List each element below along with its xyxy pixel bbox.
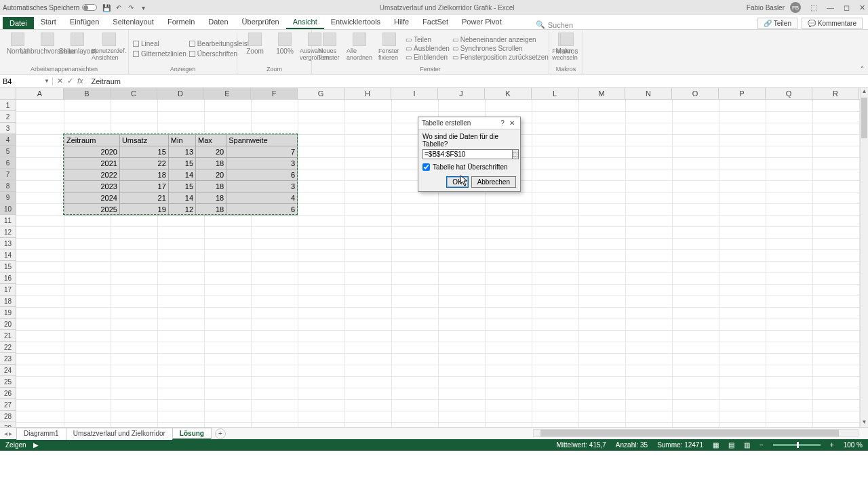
chk-gridlines[interactable]: Gitternetzlinien <box>133 50 186 58</box>
checkbox-input[interactable] <box>422 163 430 171</box>
ribbon-tab-seitenlayout[interactable]: Seitenlayout <box>106 16 161 29</box>
col-header-I[interactable]: I <box>391 88 438 99</box>
row-header-21[interactable]: 21 <box>0 330 16 342</box>
row-header-22[interactable]: 22 <box>0 342 16 353</box>
zoom-button[interactable]: Zoom <box>241 31 269 66</box>
table-cell[interactable]: 21 <box>119 192 168 204</box>
chk-ruler[interactable]: Lineal <box>133 40 186 47</box>
col-header-C[interactable]: C <box>111 88 157 99</box>
toggle-switch[interactable] <box>82 4 97 11</box>
col-header-D[interactable]: D <box>157 88 204 99</box>
cancel-formula-icon[interactable]: ✕ <box>57 77 63 85</box>
macro-record-icon[interactable]: ▶ <box>33 441 39 449</box>
table-cell[interactable]: 6 <box>226 169 298 181</box>
table-cell[interactable]: 3 <box>226 158 298 169</box>
view-pagelayout-icon[interactable]: ▤ <box>728 441 734 449</box>
data-table[interactable]: ZeitraumUmsatzMinMaxSpannweite2020151320… <box>64 134 298 215</box>
view-pagebreak-icon[interactable]: ▥ <box>744 441 750 449</box>
col-header-A[interactable]: A <box>16 88 64 99</box>
table-cell[interactable]: 20 <box>196 169 226 181</box>
ribbon-tab-daten[interactable]: Daten <box>201 16 235 29</box>
row-header-29[interactable]: 29 <box>0 422 16 427</box>
table-row[interactable]: 20212215183 <box>64 158 298 169</box>
split-button[interactable]: ▭ Teilen <box>406 36 450 43</box>
scroll-down-icon[interactable]: ▼ <box>861 419 868 427</box>
table-cell[interactable]: 20 <box>196 146 226 158</box>
row-header-7[interactable]: 7 <box>0 169 16 180</box>
col-header-L[interactable]: L <box>532 88 578 99</box>
name-box[interactable]: B4 ▼ <box>0 77 53 85</box>
sheet-tab[interactable]: Lösung <box>172 428 212 440</box>
table-cell[interactable]: 18 <box>196 158 226 169</box>
view-normal-icon[interactable]: ▦ <box>713 441 719 449</box>
table-row[interactable]: 20251912186 <box>64 204 298 216</box>
table-cell[interactable]: 2024 <box>64 192 120 204</box>
row-header-28[interactable]: 28 <box>0 411 16 422</box>
row-header-18[interactable]: 18 <box>0 296 16 307</box>
table-cell[interactable]: 17 <box>119 181 168 192</box>
ribbon-tab-power pivot[interactable]: Power Pivot <box>455 16 509 29</box>
macros-button[interactable]: Makros <box>553 31 580 66</box>
col-header-J[interactable]: J <box>438 88 485 99</box>
ribbon-tab-formeln[interactable]: Formeln <box>161 16 201 29</box>
zoom-out-icon[interactable]: − <box>760 441 764 449</box>
row-header-19[interactable]: 19 <box>0 307 16 319</box>
collapse-ribbon-icon[interactable]: ˄ <box>861 65 864 73</box>
vscroll-thumb[interactable] <box>861 98 867 138</box>
table-header[interactable]: Spannweite <box>226 135 298 146</box>
horizontal-scrollbar[interactable] <box>533 429 859 437</box>
table-header[interactable]: Max <box>196 135 226 146</box>
file-tab[interactable]: Datei <box>3 17 34 29</box>
undo-icon[interactable]: ↶ <box>115 3 123 12</box>
table-cell[interactable]: 19 <box>119 204 168 216</box>
zoom-in-icon[interactable]: + <box>830 441 834 449</box>
col-header-F[interactable]: F <box>251 88 298 99</box>
new-window[interactable]: Neues Fenster <box>316 31 343 66</box>
sheet-nav[interactable]: ◂▸ <box>0 430 16 437</box>
col-header-G[interactable]: G <box>298 88 344 99</box>
table-cell[interactable]: 7 <box>226 146 298 158</box>
row-header-5[interactable]: 5 <box>0 146 16 157</box>
table-cell[interactable]: 2023 <box>64 181 120 192</box>
row-header-16[interactable]: 16 <box>0 272 16 284</box>
range-input[interactable] <box>422 149 513 159</box>
row-header-26[interactable]: 26 <box>0 388 16 399</box>
ok-button[interactable]: OK <box>446 176 468 188</box>
row-header-20[interactable]: 20 <box>0 319 16 330</box>
arrange-all[interactable]: Alle anordnen <box>346 31 373 66</box>
row-header-1[interactable]: 1 <box>0 100 16 111</box>
col-header-Q[interactable]: Q <box>766 88 812 99</box>
redo-icon[interactable]: ↷ <box>127 3 135 12</box>
table-cell[interactable]: 15 <box>119 146 168 158</box>
row-header-17[interactable]: 17 <box>0 284 16 296</box>
col-header-P[interactable]: P <box>719 88 766 99</box>
column-headers[interactable]: ABCDEFGHIJKLMNOPQR <box>16 88 860 100</box>
table-cell[interactable]: 12 <box>168 204 195 216</box>
vertical-scrollbar[interactable]: ▲ ▼ <box>860 88 868 427</box>
table-cell[interactable]: 18 <box>196 204 226 216</box>
unhide-button[interactable]: ▭ Einblenden <box>406 54 450 61</box>
ribbon-tab-einfügen[interactable]: Einfügen <box>63 16 106 29</box>
row-header-4[interactable]: 4 <box>0 134 16 146</box>
cancel-button[interactable]: Abbrechen <box>471 176 516 188</box>
col-header-N[interactable]: N <box>625 88 672 99</box>
formula-bar[interactable]: Zeitraum <box>87 77 121 85</box>
chevron-down-icon[interactable]: ▼ <box>44 78 50 84</box>
dialog-titlebar[interactable]: Tabelle erstellen ? ✕ <box>418 117 520 129</box>
table-cell[interactable]: 2021 <box>64 158 120 169</box>
col-header-K[interactable]: K <box>485 88 532 99</box>
table-header[interactable]: Zeitraum <box>64 135 120 146</box>
zoom-level[interactable]: 100 % <box>844 441 863 449</box>
row-header-27[interactable]: 27 <box>0 399 16 411</box>
table-cell[interactable]: 4 <box>226 192 298 204</box>
row-header-8[interactable]: 8 <box>0 180 16 192</box>
ribbon-tab-ansicht[interactable]: Ansicht <box>286 16 324 29</box>
share-button[interactable]: 🔗 Teilen <box>757 18 797 29</box>
qat-dropdown-icon[interactable]: ▾ <box>139 3 147 12</box>
help-icon[interactable]: ? <box>498 119 507 127</box>
col-header-O[interactable]: O <box>672 88 719 99</box>
select-all-corner[interactable] <box>0 88 16 100</box>
col-header-M[interactable]: M <box>578 88 625 99</box>
view-pagelayout[interactable]: Seitenlayout <box>64 31 91 66</box>
table-row[interactable]: 20201513207 <box>64 146 298 158</box>
